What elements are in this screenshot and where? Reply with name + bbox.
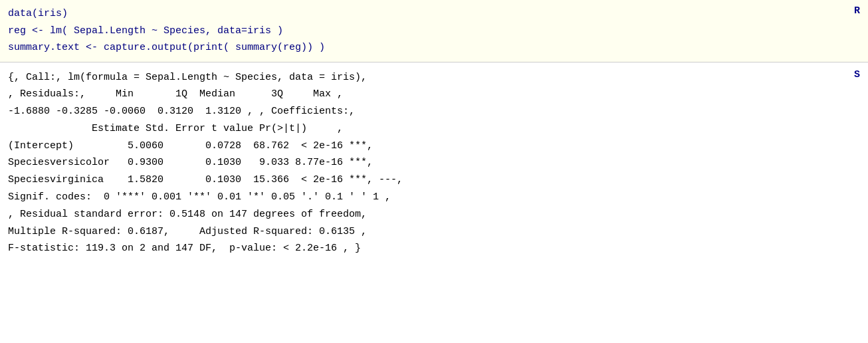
output-line-3: Estimate Std. Error t value Pr(>|t|) ,	[8, 120, 860, 138]
top-pane: R data(iris) reg <- lm( Sepal.Length ~ S…	[0, 0, 868, 62]
output-line-0: {, Call:, lm(formula = Sepal.Length ~ Sp…	[8, 69, 860, 86]
output-line-2: -1.6880 -0.3285 -0.0060 0.3120 1.3120 , …	[8, 103, 860, 120]
output-line-1: , Residuals:, Min 1Q Median 3Q Max ,	[8, 86, 860, 103]
output-line-6: Speciesvirginica 1.5820 0.1030 15.366 < …	[8, 172, 860, 189]
s-badge: S	[854, 69, 860, 80]
output-line-9: Multiple R-squared: 0.6187, Adjusted R-s…	[8, 223, 860, 241]
code-line-2: reg <- lm( Sepal.Length ~ Species, data=…	[8, 23, 860, 40]
output-line-8: , Residual standard error: 0.5148 on 147…	[8, 206, 860, 223]
r-badge: R	[854, 5, 860, 17]
output-line-7: Signif. codes: 0 '***' 0.001 '**' 0.01 '…	[8, 189, 860, 206]
code-line-3: summary.text <- capture.output(print( su…	[8, 39, 860, 57]
output-line-10: F-statistic: 119.3 on 2 and 147 DF, p-va…	[8, 240, 860, 257]
bottom-pane: S {, Call:, lm(formula = Sepal.Length ~ …	[0, 62, 868, 265]
output-line-5: Speciesversicolor 0.9300 0.1030 9.033 8.…	[8, 154, 860, 172]
output-line-4: (Intercept) 5.0060 0.0728 68.762 < 2e-16…	[8, 138, 860, 155]
code-line-1: data(iris)	[8, 5, 860, 23]
